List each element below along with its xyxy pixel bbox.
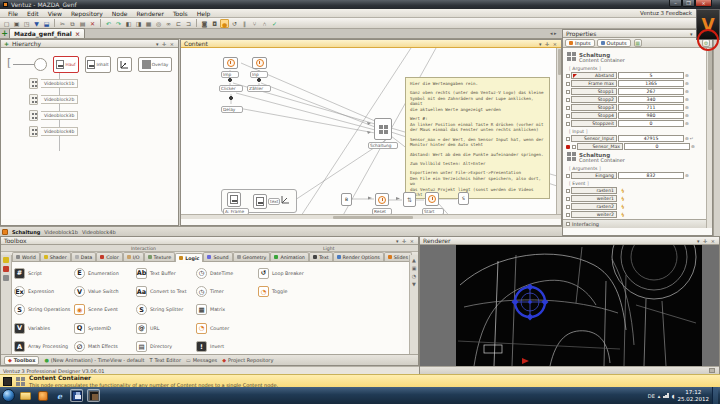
toolbox-item-url[interactable]: @URL	[134, 319, 194, 337]
pause-icon[interactable]: ∥	[240, 19, 249, 28]
graph-node-text[interactable]	[253, 194, 267, 209]
graph-node-container[interactable]	[374, 118, 392, 140]
toolbox-tab-text[interactable]: Text	[309, 252, 333, 261]
view-tab-new-animation-timeview-default[interactable]: ●(New Animation) - TimeView - default	[44, 357, 144, 363]
toolbox-tab-render-options[interactable]: Render Options	[333, 252, 384, 261]
property-row-stopp4[interactable]: Stopp4980⊕	[566, 112, 704, 119]
graph-node-dot[interactable]	[229, 96, 233, 100]
toolbox-tab-geometry[interactable]: Geometry	[233, 252, 271, 261]
toolbox-item-toggle[interactable]: ◔Toggle	[256, 282, 402, 300]
graph-node-dot[interactable]	[257, 78, 261, 82]
property-row-sensor-input[interactable]: Sensor_Input47915⊕↵	[566, 135, 704, 142]
toolbox-panel-buttons[interactable]: ▾ ✛ ×	[396, 238, 415, 244]
pin-icon[interactable]: ⊕	[685, 81, 689, 86]
show-desktop-button[interactable]	[712, 387, 718, 404]
paste-icon[interactable]: ▤	[78, 19, 87, 28]
property-checkbox[interactable]	[566, 174, 570, 178]
toolbox-item-matrix[interactable]: ▦Matrix	[194, 301, 256, 319]
tree-node-haupt[interactable]: Hauf	[53, 56, 79, 73]
toolbox-item-string-splitter[interactable]: SString Splitter	[134, 301, 194, 319]
property-row-stopp1[interactable]: Stopp1267⊕	[566, 88, 704, 95]
graph-node-timer1[interactable]	[223, 57, 238, 69]
graph-node-dot[interactable]	[228, 78, 232, 82]
pin-icon[interactable]: ⊕	[685, 113, 689, 118]
tree-item-videoblock3b[interactable]: Videoblock3b	[29, 110, 78, 121]
hierarchy-tree[interactable]: [ Hauf Inhalt Overlay Videoblock1bVideob…	[1, 48, 178, 219]
layout-vertical-icon[interactable]: ◨	[134, 19, 143, 28]
hierarchy-header[interactable]: + Hierarchy ▾ ✛ ×	[1, 40, 178, 48]
merge-icon[interactable]: ⑃	[260, 19, 269, 28]
property-value[interactable]: 5	[618, 72, 684, 79]
hierarchy-add-icon[interactable]: +	[4, 40, 9, 47]
content-vscrollbar[interactable]	[556, 48, 561, 219]
snapshot-icon[interactable]: ◘	[210, 19, 219, 28]
tree-item-videoblock1b[interactable]: Videoblock1b	[29, 78, 78, 89]
color-mini-icon[interactable]	[3, 266, 9, 272]
view-tab-toolbox[interactable]: ◆Toolbox	[4, 356, 39, 365]
tree-node-overlay[interactable]: Overlay	[138, 57, 172, 72]
property-row-rasten1[interactable]: rasten1ϟ	[566, 187, 704, 194]
properties-tab-outputs[interactable]: Outputs	[597, 39, 631, 47]
save-all-icon[interactable]: ⬓	[42, 19, 51, 28]
graph-node-frame[interactable]	[227, 192, 241, 207]
loop-icon[interactable]: ↺	[230, 19, 239, 28]
play-icon[interactable]: ●	[220, 19, 229, 28]
world-mini-icon[interactable]	[3, 275, 9, 281]
pin-icon[interactable]: ⊕	[685, 89, 689, 94]
document-tab[interactable]: Mazda_genf_final ×	[9, 28, 85, 38]
validate-icon[interactable]: ✓	[270, 19, 279, 28]
property-checkbox[interactable]	[566, 82, 570, 86]
property-section-header[interactable]: SchaltungContent Container	[567, 152, 704, 164]
pin-icon[interactable]: ⊕	[685, 105, 689, 110]
copy-icon[interactable]: ⧉	[68, 19, 77, 28]
property-row-stopp3[interactable]: Stopp3711⊕	[566, 104, 704, 111]
redo-icon[interactable]: ↷	[114, 19, 123, 28]
minimize-button[interactable]: –	[669, 0, 682, 7]
property-section-header[interactable]: SchaltungContent Container	[567, 52, 704, 64]
property-row-abstand[interactable]: Abstand5⊕	[566, 72, 704, 79]
pin-icon[interactable]: ⊕	[685, 121, 689, 126]
hierarchy-panel-buttons[interactable]: ▾ ✛ ×	[156, 41, 175, 47]
property-checkbox[interactable]	[566, 189, 570, 193]
tab-close-icon[interactable]: ×	[75, 30, 80, 37]
property-checkbox[interactable]	[566, 74, 570, 78]
tree-item-videoblock4b[interactable]: Videoblock4b	[29, 126, 78, 137]
property-row-frame-max[interactable]: Frame max1365⊕	[566, 80, 704, 87]
toolbox-item-convert-to-text[interactable]: AaConvert to Text	[134, 282, 194, 300]
toolbox-tab-data[interactable]: Data	[71, 252, 96, 261]
toolbox-tab-texture[interactable]: Texture	[144, 252, 176, 261]
content-hscrollbar[interactable]	[181, 214, 561, 219]
add-tab-button[interactable]: +	[0, 29, 9, 38]
renderer-header[interactable]: Renderer ▾ ✛ ×	[420, 237, 719, 245]
toolbox-item-timer[interactable]: ◷Timer	[194, 282, 256, 300]
menu-renderer[interactable]: Renderer	[133, 10, 168, 17]
property-checkbox[interactable]	[566, 213, 570, 217]
scene-tab-videoblock1b[interactable]: Videoblock1b	[44, 229, 78, 235]
save-icon[interactable]: ▼	[32, 19, 41, 28]
toolbox-tab-world[interactable]: World	[12, 252, 40, 261]
taskbar-app-explorer[interactable]	[19, 389, 32, 402]
new-project-icon[interactable]: ▣	[12, 19, 21, 28]
tree-item-videoblock2b[interactable]: Videoblock2b	[29, 94, 78, 105]
align-right-icon[interactable]: ⊐	[184, 19, 193, 28]
toolbox-item-string-operations[interactable]: SString Operations	[12, 301, 72, 319]
camera-icon[interactable]: ◙	[200, 19, 209, 28]
toolbox-item-loop-breaker[interactable]: ↺Loop Breaker	[256, 264, 402, 282]
title-bar[interactable]: Ventuz - MAZDA_Genf – ❐ ×	[0, 0, 720, 9]
new-document-icon[interactable]: ▢	[2, 19, 11, 28]
event-bolt-icon[interactable]: ϟ	[621, 196, 625, 202]
taskbar-clock[interactable]: 17:12 25.02.2012	[678, 389, 710, 402]
menu-help[interactable]: Help	[193, 10, 215, 17]
tray-expand-icon[interactable]: ▴	[658, 393, 661, 399]
scene-tab-schaltung[interactable]: Schaltung	[12, 229, 40, 235]
tree-node-circle[interactable]	[34, 58, 47, 71]
view-tab-messages[interactable]: ▭Messages	[186, 357, 217, 363]
pin-icon[interactable]: ⊕	[685, 73, 689, 78]
interfacing-tab[interactable]: Interfacing	[572, 221, 599, 227]
menu-tools[interactable]: Tools	[169, 10, 192, 17]
feedback-link[interactable]: Ventuz 3 Feedback	[640, 10, 692, 16]
toolbox-item-text-buffer[interactable]: AbText Buffer	[134, 264, 194, 282]
toolbox-item-counter[interactable]: ◔Counter	[194, 319, 256, 337]
toolbox-scrollbar[interactable]: ▲▣◔▼	[409, 255, 418, 356]
toolbox-tab-logic[interactable]: Logic	[175, 253, 203, 262]
